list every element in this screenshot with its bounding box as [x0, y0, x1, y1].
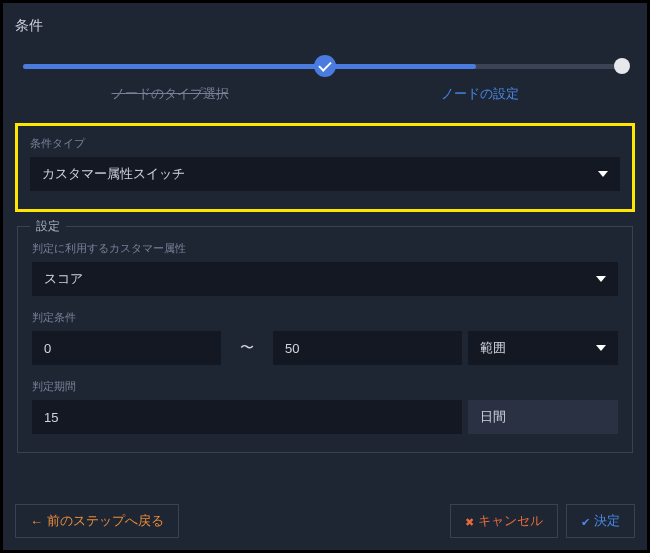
settings-fieldset: 設定 判定に利用するカスタマー属性 スコア 判定条件 0 〜 50 範囲: [17, 226, 633, 453]
period-unit-label: 日間: [480, 408, 506, 426]
chevron-down-icon: [598, 171, 608, 177]
condition-label: 判定条件: [32, 310, 618, 325]
attribute-field: 判定に利用するカスタマー属性 スコア: [32, 241, 618, 296]
arrow-left-icon: [30, 514, 43, 529]
period-value: 15: [44, 410, 58, 425]
back-button-label: 前のステップへ戻る: [47, 512, 164, 530]
dialog-footer: 前のステップへ戻る キャンセル 決定: [15, 504, 635, 538]
range-separator: 〜: [227, 339, 267, 357]
condition-from-input[interactable]: 0: [32, 331, 221, 365]
step-label-active[interactable]: ノードの設定: [325, 85, 635, 103]
condition-type-highlight: 条件タイプ カスタマー属性スイッチ: [15, 123, 635, 212]
confirm-button[interactable]: 決定: [566, 504, 635, 538]
period-label: 判定期間: [32, 379, 618, 394]
condition-field: 判定条件 0 〜 50 範囲: [32, 310, 618, 365]
back-button[interactable]: 前のステップへ戻る: [15, 504, 179, 538]
period-unit: 日間: [468, 400, 618, 434]
settings-legend: 設定: [30, 218, 66, 235]
attribute-label: 判定に利用するカスタマー属性: [32, 241, 618, 256]
step-labels: ノードのタイプ選択 ノードの設定: [15, 85, 635, 103]
chevron-down-icon: [596, 345, 606, 351]
confirm-button-label: 決定: [594, 512, 620, 530]
dialog-panel: 条件 ノードのタイプ選択 ノードの設定 条件タイプ カスタマー属性スイッチ 設定…: [3, 3, 647, 550]
progress-bar: [23, 57, 627, 75]
attribute-select[interactable]: スコア: [32, 262, 618, 296]
check-icon: [581, 514, 590, 529]
condition-mode-value: 範囲: [480, 339, 506, 357]
progress-fill: [23, 64, 476, 69]
period-value-input[interactable]: 15: [32, 400, 462, 434]
step-current-icon: [614, 58, 630, 74]
condition-to-value: 50: [285, 341, 299, 356]
condition-type-value: カスタマー属性スイッチ: [42, 165, 185, 183]
condition-from-value: 0: [44, 341, 51, 356]
condition-type-select[interactable]: カスタマー属性スイッチ: [30, 157, 620, 191]
cancel-button-label: キャンセル: [478, 512, 543, 530]
step-complete-icon: [314, 55, 336, 77]
dialog-title: 条件: [15, 17, 635, 35]
cancel-button[interactable]: キャンセル: [450, 504, 558, 538]
condition-mode-select[interactable]: 範囲: [468, 331, 618, 365]
condition-type-label: 条件タイプ: [30, 136, 620, 151]
step-label-done: ノードのタイプ選択: [15, 85, 325, 103]
chevron-down-icon: [596, 276, 606, 282]
period-field: 判定期間 15 日間: [32, 379, 618, 434]
close-icon: [465, 514, 474, 529]
condition-to-input[interactable]: 50: [273, 331, 462, 365]
attribute-value: スコア: [44, 270, 83, 288]
